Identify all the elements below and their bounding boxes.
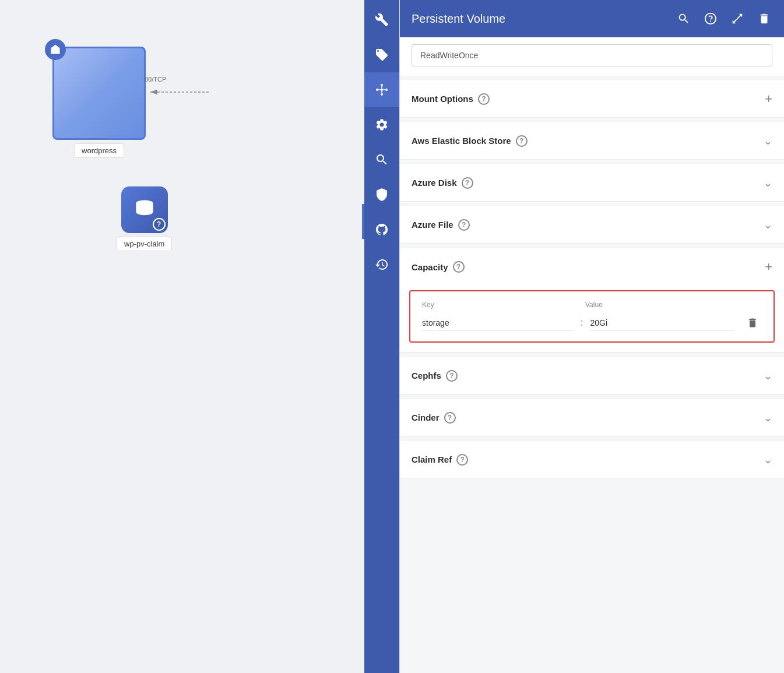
aws-ebs-section[interactable]: Aws Elastic Block Store ? ⌄ bbox=[400, 122, 784, 160]
azure-file-help-icon[interactable]: ? bbox=[458, 219, 470, 231]
arrow-label: 80/TCP bbox=[145, 76, 166, 83]
svg-point-3 bbox=[381, 89, 383, 91]
spacer-3 bbox=[400, 202, 784, 206]
right-panel: Persistent Volume Mount Options bbox=[399, 0, 784, 673]
aws-ebs-label: Aws Elastic Block Store ? bbox=[412, 135, 764, 147]
access-mode-input[interactable] bbox=[412, 44, 772, 66]
wordpress-icon-svg bbox=[50, 44, 61, 55]
arrow-svg bbox=[145, 86, 215, 98]
top-input-area bbox=[400, 37, 784, 76]
canvas-area: wordpress 80/TCP ? wp-pv-claim bbox=[0, 0, 364, 673]
kv-value-header: Value bbox=[585, 301, 762, 309]
cephfs-help-icon[interactable]: ? bbox=[446, 370, 458, 382]
claim-ref-help-icon[interactable]: ? bbox=[456, 454, 468, 466]
aws-ebs-help-icon[interactable]: ? bbox=[516, 135, 528, 147]
azure-disk-label: Azure Disk ? bbox=[412, 177, 764, 189]
cinder-help-icon[interactable]: ? bbox=[444, 412, 456, 424]
claim-ref-section[interactable]: Claim Ref ? ⌄ bbox=[400, 441, 784, 478]
sidebar-icon-github[interactable] bbox=[364, 212, 399, 247]
azure-disk-help-icon[interactable]: ? bbox=[462, 177, 473, 189]
spacer-2 bbox=[400, 160, 784, 164]
sidebar-icon-tags[interactable] bbox=[364, 37, 399, 72]
cephfs-section[interactable]: Cephfs ? ⌄ bbox=[400, 357, 784, 394]
delete-icon[interactable] bbox=[756, 10, 772, 27]
svg-point-4 bbox=[381, 84, 383, 86]
sidebar-icon-security[interactable] bbox=[364, 177, 399, 212]
capacity-help-icon[interactable]: ? bbox=[453, 261, 465, 273]
wp-pv-label: wp-pv-claim bbox=[117, 237, 172, 251]
mount-options-help-icon[interactable]: ? bbox=[478, 93, 490, 105]
azure-disk-action[interactable]: ⌄ bbox=[764, 178, 772, 188]
cinder-action[interactable]: ⌄ bbox=[764, 413, 772, 423]
panel-content: Mount Options ? + Aws Elastic Block Stor… bbox=[400, 37, 784, 673]
sidebar-icon-settings[interactable] bbox=[364, 107, 399, 142]
mount-options-action[interactable]: + bbox=[765, 93, 772, 105]
wordpress-icon bbox=[45, 39, 66, 60]
kv-key-header: Key bbox=[422, 301, 585, 309]
cephfs-label: Cephfs ? bbox=[412, 370, 764, 382]
cinder-label: Cinder ? bbox=[412, 412, 764, 424]
azure-file-section[interactable]: Azure File ? ⌄ bbox=[400, 206, 784, 244]
azure-disk-section[interactable]: Azure Disk ? ⌄ bbox=[400, 164, 784, 202]
sidebar-icon-tools[interactable] bbox=[364, 2, 399, 37]
azure-file-label: Azure File ? bbox=[412, 219, 764, 231]
kv-headers: Key Value bbox=[422, 301, 762, 309]
kv-row: : bbox=[422, 313, 762, 332]
azure-file-action[interactable]: ⌄ bbox=[764, 220, 772, 230]
cephfs-action[interactable]: ⌄ bbox=[764, 371, 772, 381]
wordpress-label: wordpress bbox=[74, 143, 124, 158]
spacer-6 bbox=[400, 394, 784, 399]
panel-header-actions bbox=[676, 10, 772, 27]
kv-form: Key Value : bbox=[409, 290, 775, 343]
arrow-container: 80/TCP bbox=[145, 86, 215, 98]
capacity-form-wrapper: Key Value : bbox=[400, 286, 784, 352]
claim-ref-action[interactable]: ⌄ bbox=[764, 454, 772, 465]
wp-pv-badge: ? bbox=[153, 218, 166, 231]
capacity-label: Capacity ? bbox=[412, 261, 765, 273]
kv-key-input[interactable] bbox=[422, 316, 574, 330]
sidebar bbox=[364, 0, 399, 673]
help-icon[interactable] bbox=[702, 10, 719, 27]
kv-delete-button[interactable] bbox=[743, 313, 762, 332]
svg-point-5 bbox=[381, 93, 383, 96]
aws-ebs-action[interactable]: ⌄ bbox=[764, 136, 772, 146]
claim-ref-label: Claim Ref ? bbox=[412, 454, 764, 466]
capacity-section: Capacity ? + Key Value : bbox=[400, 248, 784, 353]
database-icon bbox=[132, 197, 157, 223]
capacity-header[interactable]: Capacity ? + bbox=[400, 248, 784, 286]
wordpress-node[interactable]: wordpress bbox=[52, 47, 146, 158]
cinder-section[interactable]: Cinder ? ⌄ bbox=[400, 399, 784, 436]
sidebar-icon-search[interactable] bbox=[364, 142, 399, 177]
panel-title: Persistent Volume bbox=[412, 12, 676, 26]
sidebar-icon-network[interactable] bbox=[364, 72, 399, 107]
mount-options-label: Mount Options ? bbox=[412, 93, 765, 105]
svg-point-6 bbox=[376, 89, 378, 91]
spacer-5 bbox=[400, 353, 784, 357]
wordpress-box bbox=[52, 47, 146, 140]
wp-pv-icon-box: ? bbox=[121, 186, 168, 233]
expand-icon[interactable] bbox=[729, 10, 746, 27]
wp-pv-node[interactable]: ? wp-pv-claim bbox=[117, 186, 172, 251]
kv-colon: : bbox=[578, 318, 585, 328]
spacer-4 bbox=[400, 244, 784, 248]
spacer-1 bbox=[400, 118, 784, 122]
svg-point-7 bbox=[385, 89, 388, 91]
spacer-7 bbox=[400, 436, 784, 441]
kv-value-input[interactable] bbox=[590, 316, 734, 330]
capacity-action[interactable]: + bbox=[765, 260, 772, 273]
sidebar-icon-history[interactable] bbox=[364, 247, 399, 282]
mount-options-section[interactable]: Mount Options ? + bbox=[400, 80, 784, 118]
search-icon[interactable] bbox=[676, 10, 692, 27]
panel-header: Persistent Volume bbox=[400, 0, 784, 37]
